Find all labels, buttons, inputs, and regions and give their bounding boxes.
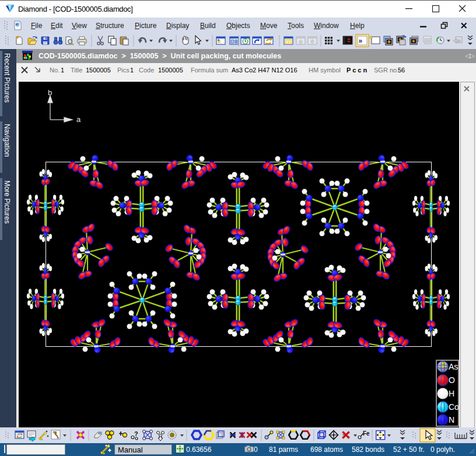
- svg-text:N: N: [449, 415, 454, 424]
- svg-text:»: »: [359, 37, 363, 45]
- svg-text:?: ?: [134, 430, 138, 437]
- svg-text:H: H: [449, 389, 454, 398]
- svg-text:Fe: Fe: [363, 430, 370, 437]
- svg-text:O: O: [449, 375, 455, 385]
- svg-text:a: a: [76, 115, 81, 124]
- svg-text:As: As: [449, 362, 458, 371]
- svg-text:Co: Co: [449, 402, 459, 412]
- svg-text:b: b: [48, 88, 52, 97]
